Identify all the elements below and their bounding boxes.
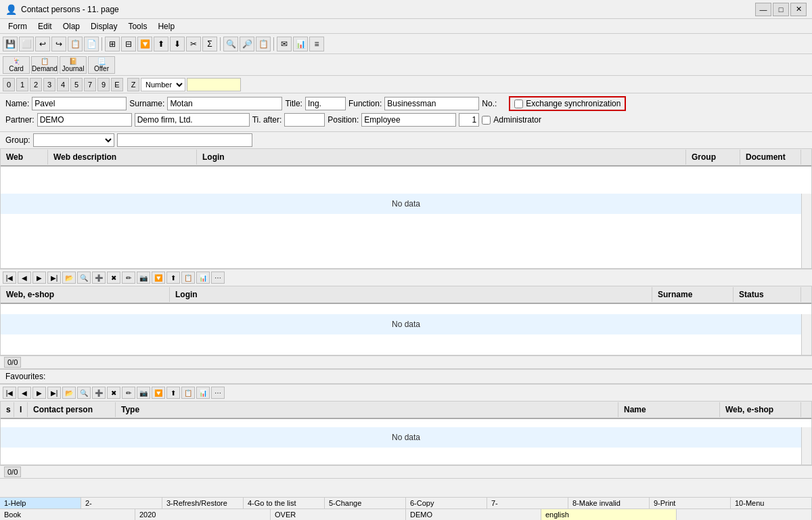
- cut-button[interactable]: ✂: [186, 37, 201, 51]
- edit-btn-2[interactable]: ✏: [122, 387, 135, 399]
- tab-5[interactable]: 5: [70, 78, 83, 91]
- prev-btn-1[interactable]: ◀: [18, 272, 31, 284]
- title-input[interactable]: [305, 97, 346, 110]
- more-btn-2[interactable]: ⋯: [211, 387, 225, 399]
- name-input[interactable]: [32, 97, 127, 110]
- new-button[interactable]: ⬜: [19, 37, 34, 51]
- close-button[interactable]: ✕: [790, 3, 807, 16]
- fav-scrollbar[interactable]: [801, 427, 811, 464]
- first-btn-2[interactable]: |◀: [3, 387, 16, 399]
- web-table-header: Web Web description Login Group Document: [1, 149, 811, 167]
- last-btn-2[interactable]: ▶|: [47, 387, 61, 399]
- maximize-button[interactable]: □: [773, 3, 789, 16]
- up-button[interactable]: ⬆: [154, 37, 168, 51]
- more-btn-1[interactable]: ⋯: [211, 272, 225, 284]
- partner-label: Partner:: [5, 115, 35, 125]
- offer-icon: 📃: [97, 58, 106, 65]
- open-btn-2[interactable]: 📂: [62, 387, 76, 399]
- tab-e[interactable]: E: [111, 78, 123, 91]
- next-btn-2[interactable]: ▶: [32, 387, 46, 399]
- number-input[interactable]: [187, 78, 241, 91]
- tab-1[interactable]: 1: [16, 78, 28, 91]
- excel-btn-2[interactable]: 📊: [196, 387, 210, 399]
- filter2-btn-1[interactable]: 🔽: [152, 272, 165, 284]
- offer-button[interactable]: 📃 Offer: [88, 56, 115, 74]
- tab-z[interactable]: Z: [127, 78, 139, 91]
- function-input[interactable]: [384, 97, 479, 110]
- cam-btn-1[interactable]: 📷: [137, 272, 150, 284]
- web-eshop-col-header: Web, e-shop: [1, 287, 170, 302]
- menu-olap[interactable]: Olap: [58, 20, 85, 32]
- next-btn-1[interactable]: ▶: [32, 272, 46, 284]
- filter-button[interactable]: ⊟: [121, 37, 136, 51]
- open-btn-1[interactable]: 📂: [62, 272, 76, 284]
- cam-btn-2[interactable]: 📷: [137, 387, 150, 399]
- group-combo[interactable]: [33, 133, 114, 147]
- down-button[interactable]: ⬇: [170, 37, 185, 51]
- funnel-button[interactable]: 🔽: [137, 37, 152, 51]
- number-select[interactable]: Number Name Code: [141, 78, 185, 91]
- number-field[interactable]: [459, 113, 479, 127]
- position-input[interactable]: [361, 113, 456, 127]
- list-button[interactable]: ≡: [309, 37, 324, 51]
- tab-7[interactable]: 7: [84, 78, 96, 91]
- first-btn-1[interactable]: |◀: [3, 272, 16, 284]
- tab-0[interactable]: 0: [3, 78, 15, 91]
- search-btn-2[interactable]: 🔍: [77, 387, 91, 399]
- menu-display[interactable]: Display: [85, 20, 122, 32]
- name-label: Name:: [5, 99, 29, 108]
- card-button[interactable]: 🃏 Card: [3, 56, 30, 74]
- tab-9[interactable]: 9: [97, 78, 110, 91]
- minimize-button[interactable]: —: [755, 3, 771, 16]
- grid-button[interactable]: ⊞: [105, 37, 120, 51]
- menu-help[interactable]: Help: [152, 20, 180, 32]
- journal-button[interactable]: 📔 Journal: [60, 56, 87, 74]
- excel-btn-1[interactable]: 📊: [196, 272, 210, 284]
- add-btn-2[interactable]: ➕: [92, 387, 106, 399]
- menu-edit[interactable]: Edit: [32, 20, 58, 32]
- view-btn-2[interactable]: 📋: [181, 387, 195, 399]
- clipboard-button[interactable]: 📋: [256, 37, 271, 51]
- tab-3[interactable]: 3: [43, 78, 55, 91]
- surname-input[interactable]: [167, 97, 282, 110]
- copy-button[interactable]: 📋: [68, 37, 83, 51]
- search2-button[interactable]: 🔎: [240, 37, 254, 51]
- view-btn-1[interactable]: 📋: [181, 272, 195, 284]
- prev-btn-2[interactable]: ◀: [18, 387, 31, 399]
- undo-button[interactable]: ↩: [35, 37, 50, 51]
- save-button[interactable]: 💾: [3, 37, 18, 51]
- web-table-scrollbar[interactable]: [801, 194, 811, 268]
- add-btn-1[interactable]: ➕: [92, 272, 106, 284]
- login2-col-header: Login: [170, 287, 652, 302]
- sum-button[interactable]: Σ: [202, 37, 217, 51]
- del-btn-1[interactable]: ✖: [107, 272, 120, 284]
- group-text-input[interactable]: [117, 133, 252, 147]
- fav-no-data: No data: [1, 427, 811, 448]
- filter2-btn-2[interactable]: 🔽: [152, 387, 165, 399]
- demand-button[interactable]: 📋 Demand: [31, 56, 58, 74]
- name-col-header: Name: [618, 402, 720, 417]
- exchange-sync-checkbox[interactable]: [514, 100, 523, 108]
- title-label: Title:: [285, 99, 302, 108]
- del-btn-2[interactable]: ✖: [107, 387, 120, 399]
- email-button[interactable]: ✉: [277, 37, 292, 51]
- menu-tools[interactable]: Tools: [122, 20, 152, 32]
- search-btn-1[interactable]: 🔍: [77, 272, 91, 284]
- document-button[interactable]: 📄: [84, 37, 99, 51]
- edit-btn-1[interactable]: ✏: [122, 272, 135, 284]
- favourites-table-header: s I Contact person Type Name Web, e-shop: [1, 402, 811, 419]
- web-eshop-scrollbar[interactable]: [801, 314, 811, 355]
- ti-after-input[interactable]: [284, 113, 325, 127]
- chart-button[interactable]: 📊: [293, 37, 308, 51]
- partner-name-input[interactable]: [135, 113, 250, 127]
- redo-button[interactable]: ↪: [51, 37, 66, 51]
- administrator-checkbox[interactable]: [482, 116, 491, 125]
- sort-btn-1[interactable]: ⬆: [166, 272, 180, 284]
- tab-2[interactable]: 2: [30, 78, 42, 91]
- sort-btn-2[interactable]: ⬆: [166, 387, 180, 399]
- partner-input[interactable]: [37, 113, 132, 127]
- menu-form[interactable]: Form: [3, 20, 32, 32]
- search-button[interactable]: 🔍: [223, 37, 238, 51]
- last-btn-1[interactable]: ▶|: [47, 272, 61, 284]
- tab-4[interactable]: 4: [57, 78, 69, 91]
